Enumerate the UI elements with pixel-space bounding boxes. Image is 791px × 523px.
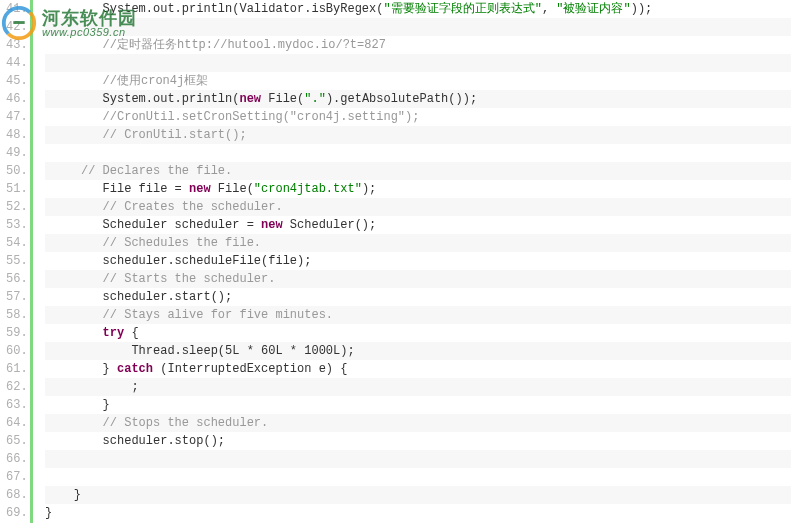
token-comment: // Stays alive for five minutes. bbox=[103, 308, 333, 322]
line-number: 62. bbox=[6, 378, 22, 396]
code-line[interactable]: } catch (InterruptedException e) { bbox=[45, 360, 791, 378]
token-default: scheduler.start(); bbox=[45, 290, 232, 304]
line-number: 44. bbox=[6, 54, 22, 72]
token-default: Scheduler(); bbox=[283, 218, 377, 232]
line-number: 48. bbox=[6, 126, 22, 144]
token-comment: // Declares the file. bbox=[81, 164, 232, 178]
code-line[interactable]: } bbox=[45, 504, 791, 522]
line-number: 51. bbox=[6, 180, 22, 198]
line-number: 53. bbox=[6, 216, 22, 234]
token-comment: //CronUtil.setCronSetting("cron4j.settin… bbox=[103, 110, 420, 124]
token-comment: //定时器任务http://hutool.mydoc.io/?t=827 bbox=[103, 38, 386, 52]
token-default bbox=[45, 200, 103, 214]
code-line[interactable]: scheduler.start(); bbox=[45, 288, 791, 306]
token-keyword: new bbox=[261, 218, 283, 232]
token-string: "cron4jtab.txt" bbox=[254, 182, 362, 196]
code-editor[interactable]: 41.42.43.44.45.46.47.48.49.50.51.52.53.5… bbox=[0, 0, 791, 523]
token-keyword: new bbox=[239, 92, 261, 106]
line-gutter: 41.42.43.44.45.46.47.48.49.50.51.52.53.5… bbox=[0, 0, 30, 523]
token-default: Scheduler scheduler = bbox=[45, 218, 261, 232]
code-line[interactable]: ; bbox=[45, 378, 791, 396]
token-default bbox=[45, 128, 103, 142]
code-line[interactable]: //使用cron4j框架 bbox=[45, 72, 791, 90]
token-default: (InterruptedException e) { bbox=[153, 362, 347, 376]
token-string: "需要验证字段的正则表达式" bbox=[383, 2, 541, 16]
code-line[interactable]: Scheduler scheduler = new Scheduler(); bbox=[45, 216, 791, 234]
line-number: 58. bbox=[6, 306, 22, 324]
code-line[interactable]: // Schedules the file. bbox=[45, 234, 791, 252]
code-line[interactable] bbox=[45, 468, 791, 486]
code-line[interactable] bbox=[45, 54, 791, 72]
line-number: 54. bbox=[6, 234, 22, 252]
line-number: 59. bbox=[6, 324, 22, 342]
token-comment: // CronUtil.start(); bbox=[103, 128, 247, 142]
line-number: 63. bbox=[6, 396, 22, 414]
code-line[interactable]: scheduler.stop(); bbox=[45, 432, 791, 450]
token-default bbox=[45, 308, 103, 322]
token-default: System.out.println( bbox=[45, 92, 239, 106]
token-default: ).getAbsolutePath()); bbox=[326, 92, 477, 106]
line-number: 55. bbox=[6, 252, 22, 270]
code-line[interactable]: } bbox=[45, 396, 791, 414]
line-number: 47. bbox=[6, 108, 22, 126]
token-default bbox=[45, 326, 103, 340]
token-default: File( bbox=[211, 182, 254, 196]
code-line[interactable]: // Stays alive for five minutes. bbox=[45, 306, 791, 324]
code-area[interactable]: System.out.println(Validator.isByRegex("… bbox=[33, 0, 791, 523]
line-number: 42. bbox=[6, 18, 22, 36]
code-line[interactable]: Thread.sleep(5L * 60L * 1000L); bbox=[45, 342, 791, 360]
code-line[interactable]: try { bbox=[45, 324, 791, 342]
token-default: Thread.sleep(5L * 60L * 1000L); bbox=[45, 344, 355, 358]
code-line[interactable]: scheduler.scheduleFile(file); bbox=[45, 252, 791, 270]
line-number: 66. bbox=[6, 450, 22, 468]
token-default: } bbox=[45, 506, 52, 520]
token-default bbox=[45, 236, 103, 250]
token-comment: // Starts the scheduler. bbox=[103, 272, 276, 286]
token-default: { bbox=[124, 326, 138, 340]
code-line[interactable] bbox=[45, 450, 791, 468]
code-line[interactable]: //定时器任务http://hutool.mydoc.io/?t=827 bbox=[45, 36, 791, 54]
line-number: 50. bbox=[6, 162, 22, 180]
token-keyword: catch bbox=[117, 362, 153, 376]
token-default: } bbox=[45, 362, 117, 376]
token-comment: // Schedules the file. bbox=[103, 236, 261, 250]
code-line[interactable]: // Starts the scheduler. bbox=[45, 270, 791, 288]
token-default bbox=[45, 416, 103, 430]
line-number: 46. bbox=[6, 90, 22, 108]
code-line[interactable]: // CronUtil.start(); bbox=[45, 126, 791, 144]
line-number: 68. bbox=[6, 486, 22, 504]
code-line[interactable]: System.out.println(new File(".").getAbso… bbox=[45, 90, 791, 108]
line-number: 45. bbox=[6, 72, 22, 90]
token-keyword: try bbox=[103, 326, 125, 340]
token-default bbox=[45, 164, 81, 178]
code-line[interactable]: } bbox=[45, 486, 791, 504]
token-default bbox=[45, 272, 103, 286]
token-default: System.out.println(Validator.isByRegex( bbox=[45, 2, 383, 16]
code-line[interactable] bbox=[45, 18, 791, 36]
token-default: } bbox=[45, 398, 110, 412]
token-comment: // Stops the scheduler. bbox=[103, 416, 269, 430]
code-line[interactable]: // Creates the scheduler. bbox=[45, 198, 791, 216]
line-number: 43. bbox=[6, 36, 22, 54]
token-default: scheduler.stop(); bbox=[45, 434, 225, 448]
token-string: "." bbox=[304, 92, 326, 106]
code-line[interactable]: // Declares the file. bbox=[45, 162, 791, 180]
token-default: ; bbox=[45, 380, 139, 394]
token-default: , bbox=[542, 2, 556, 16]
line-number: 64. bbox=[6, 414, 22, 432]
code-line[interactable]: File file = new File("cron4jtab.txt"); bbox=[45, 180, 791, 198]
line-number: 65. bbox=[6, 432, 22, 450]
code-line[interactable]: //CronUtil.setCronSetting("cron4j.settin… bbox=[45, 108, 791, 126]
line-number: 60. bbox=[6, 342, 22, 360]
line-number: 57. bbox=[6, 288, 22, 306]
token-default bbox=[45, 74, 103, 88]
code-line[interactable]: // Stops the scheduler. bbox=[45, 414, 791, 432]
token-default: File( bbox=[261, 92, 304, 106]
line-number: 67. bbox=[6, 468, 22, 486]
line-number: 52. bbox=[6, 198, 22, 216]
line-number: 69. bbox=[6, 504, 22, 522]
line-number: 49. bbox=[6, 144, 22, 162]
code-line[interactable] bbox=[45, 144, 791, 162]
code-line[interactable]: System.out.println(Validator.isByRegex("… bbox=[45, 0, 791, 18]
token-comment: // Creates the scheduler. bbox=[103, 200, 283, 214]
